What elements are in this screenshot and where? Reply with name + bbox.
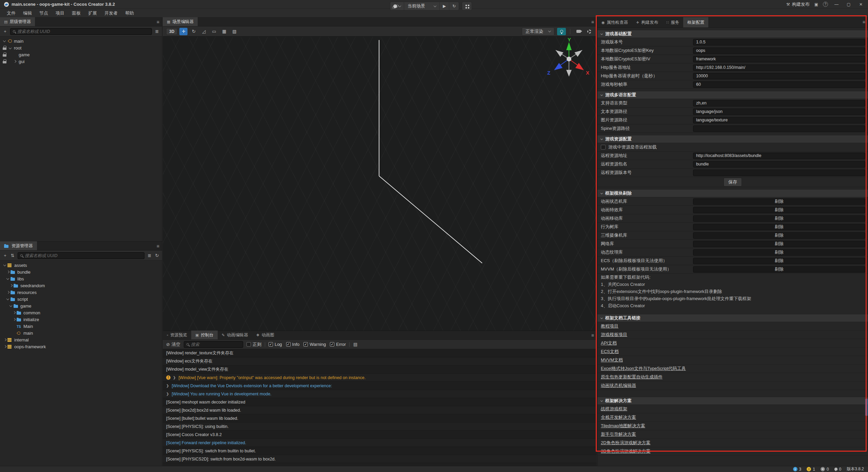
menu-item[interactable]: 文件 [3, 9, 19, 17]
solution-link[interactable]: Tiledmap地图解决方案 [601, 423, 645, 429]
panel-menu-icon[interactable]: ≡ [591, 19, 594, 25]
panel-menu-icon[interactable]: ≡ [157, 243, 159, 249]
tab-build-publish[interactable]: ✈ 构建发布 [632, 17, 662, 27]
property-input[interactable] [693, 100, 865, 106]
asset-node[interactable]: assets [0, 262, 162, 269]
play-button[interactable]: ▶ [440, 2, 449, 11]
filter-checkbox[interactable]: ✓ [330, 342, 334, 347]
log-row[interactable]: ! ❯ [Window] You are running Vue in deve… [163, 390, 597, 398]
rotate-tool-button[interactable]: ↻ [190, 28, 198, 35]
hierarchy-search-input[interactable] [17, 29, 149, 34]
section-header[interactable]: 框架文档工具链接 [597, 314, 868, 322]
remove-module-button[interactable]: 剔除 [693, 207, 865, 213]
console-search-input[interactable] [191, 342, 245, 347]
remove-module-button[interactable]: 剔除 [693, 266, 865, 273]
section-header[interactable]: 框架解决方案 [597, 397, 868, 405]
log-filter-toggle[interactable]: ✓ Info [286, 342, 300, 347]
remove-module-button[interactable]: 剔除 [693, 198, 865, 205]
log-filter-toggle[interactable]: ✓ Warning [303, 342, 326, 347]
tab-hierarchy[interactable]: ▤ 层级管理器 [0, 17, 35, 26]
filter-checkbox[interactable]: ✓ [269, 342, 273, 347]
menu-item[interactable]: 编辑 [20, 9, 35, 17]
tab-animation-editor[interactable]: ✎ 动画编辑器 [218, 331, 252, 339]
gizmo-space-button[interactable]: ▧ [230, 28, 238, 35]
property-input[interactable] [693, 56, 865, 62]
expand-arrow-icon[interactable]: ❯ [173, 376, 176, 379]
log-row[interactable]: ! ❯ [Window] [Vue warn]: Property "onInp… [163, 374, 597, 382]
remove-module-button[interactable]: 剔除 [693, 241, 865, 247]
panel-menu-icon[interactable]: ≡ [157, 19, 159, 25]
doc-link[interactable]: 教程项目 [601, 323, 618, 329]
hierarchy-node[interactable]: gui [0, 58, 162, 65]
remove-module-button[interactable]: 剔除 [693, 224, 865, 230]
tab-services[interactable]: ∷ 服务 [662, 17, 683, 27]
log-row[interactable]: ! ❯ [Scene] [box2d]:box2d wasm lib loade… [163, 406, 597, 414]
asset-node[interactable]: seedrandom [0, 282, 162, 289]
doc-link[interactable]: Excel格式转Json文件与TypeScript代码工具 [601, 366, 686, 372]
hierarchy-node[interactable]: main [0, 38, 162, 44]
section-header[interactable]: 框架模块剔除 [597, 189, 868, 197]
asset-node[interactable]: oops-framework [0, 343, 162, 350]
preview-grid-button[interactable] [462, 2, 472, 11]
log-row[interactable]: ! ❯ [Scene] [PHYSICS]: switch from built… [163, 447, 597, 455]
expand-arrow-icon[interactable]: ❯ [166, 384, 169, 388]
property-input[interactable] [693, 39, 865, 45]
rect-tool-button[interactable]: ▭ [210, 28, 218, 35]
log-row[interactable]: ! ❯ [Scene] [PHYSICS]: using builtin. [163, 422, 597, 431]
asset-node[interactable]: Main [0, 323, 162, 330]
asset-node[interactable]: main [0, 330, 162, 336]
solution-link[interactable]: 3D角色扮演游戏解决方案 [601, 448, 651, 454]
property-input[interactable] [693, 109, 865, 115]
property-input[interactable] [693, 125, 865, 132]
minimize-button[interactable]: — [833, 2, 840, 7]
asset-node[interactable]: initialize [0, 316, 162, 323]
solution-link[interactable]: 2D角色扮演游戏解决方案 [601, 440, 651, 446]
log-row[interactable]: ! ❯ [Window] ecs文件夹存在 [163, 357, 597, 366]
lighting-toggle-button[interactable] [557, 28, 566, 35]
collapse-logs-icon[interactable]: ▤ [353, 342, 358, 347]
asset-node[interactable]: common [0, 309, 162, 316]
log-filter-toggle[interactable]: ✓ Log [269, 342, 282, 347]
filter-checkbox[interactable]: ✓ [286, 342, 291, 347]
solution-link[interactable]: 战棋游戏框架 [601, 406, 627, 412]
property-input[interactable] [693, 161, 865, 168]
log-row[interactable]: ! ❯ [Window] Download the Vue Devtools e… [163, 382, 597, 390]
doc-link[interactable]: 原生包热更新配置自动生成插件 [601, 374, 663, 380]
tab-property-inspector[interactable]: ◉ 属性检查器 [597, 17, 632, 27]
preview-target-button[interactable] [390, 2, 404, 11]
info-count[interactable]: i 3 [793, 467, 802, 472]
scene-viewport[interactable]: Y X Z [163, 37, 597, 331]
camera-settings-button[interactable] [574, 28, 583, 35]
tab-animation-graph[interactable]: ❖ 动画图 [252, 331, 278, 339]
filter-checkbox[interactable]: ✓ [303, 342, 308, 347]
asset-node[interactable]: bundle [0, 269, 162, 275]
remote-load-checkbox[interactable] [601, 145, 606, 150]
gizmo-pivot-button[interactable]: ▦ [220, 28, 228, 35]
scale-tool-button[interactable]: ◿ [200, 28, 208, 35]
remove-module-button[interactable]: 剔除 [693, 249, 865, 256]
log-row[interactable]: ! ❯ [Scene] [bullet]:bullet wasm lib loa… [163, 414, 597, 422]
menu-item[interactable]: 扩展 [85, 9, 100, 17]
tab-console[interactable]: ▣ 控制台 [191, 331, 218, 339]
expand-arrow-icon[interactable]: ❯ [166, 392, 169, 396]
asset-node[interactable]: internal [0, 336, 162, 343]
add-node-button[interactable]: + [3, 29, 7, 34]
doc-link[interactable]: 动画状态机编辑器 [601, 382, 636, 389]
clear-console-button[interactable]: ⊘ 清空 [166, 341, 180, 348]
save-button[interactable]: 保存 [724, 178, 742, 186]
tab-scene-editor[interactable]: ▦ 场景编辑器 [163, 17, 198, 26]
log-row[interactable]: ! ❯ [Scene] Cocos Creator v3.8.2 [163, 431, 597, 439]
log-row[interactable]: ! ❯ [Window] model_view文件夹存在 [163, 366, 597, 374]
refresh-icon[interactable]: ↻ [155, 253, 159, 258]
solution-link[interactable]: 全栈开发解决方案 [601, 414, 636, 420]
doc-link[interactable]: ECS文档 [601, 349, 619, 355]
asset-node[interactable]: libs [0, 275, 162, 282]
filter-icon[interactable]: ≣ [155, 29, 159, 34]
regex-checkbox[interactable] [246, 342, 251, 347]
menu-item[interactable]: 节点 [36, 9, 52, 17]
remove-module-button[interactable]: 剔除 [693, 215, 865, 222]
hierarchy-node[interactable]: game [0, 51, 162, 58]
section-header[interactable]: 游戏多语言配置 [597, 91, 868, 99]
scene-settings-button[interactable] [585, 28, 593, 35]
section-header[interactable]: 游戏基础配置 [597, 30, 868, 38]
